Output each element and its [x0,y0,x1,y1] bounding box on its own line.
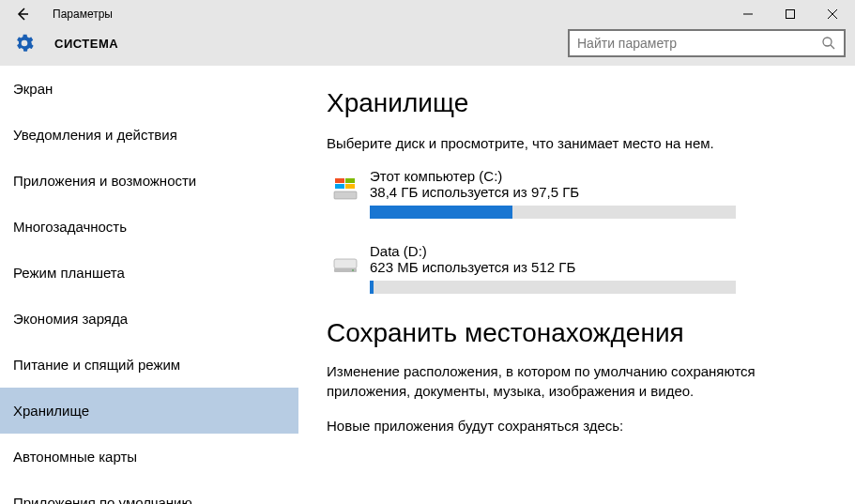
sidebar-item-label: Экран [13,81,53,97]
sidebar-item[interactable]: Приложения по умолчанию [0,480,298,504]
minimize-icon [743,9,753,19]
minimize-button[interactable] [726,0,769,28]
window-controls [726,0,853,28]
drive-usage-text: 623 МБ используется из 512 ГБ [370,259,838,275]
section-title: СИСТЕМА [54,37,118,51]
new-apps-label: Новые приложения будут сохраняться здесь… [327,418,838,434]
sidebar-item-label: Режим планшета [13,265,125,281]
sidebar-item[interactable]: Автономные карты [0,434,298,480]
svg-rect-10 [345,184,355,189]
drive-entry[interactable]: Data (D:)623 МБ используется из 512 ГБ [327,243,838,294]
svg-rect-8 [345,178,355,183]
sidebar-item-label: Приложения и возможности [13,173,196,189]
maximize-button[interactable] [769,0,811,28]
sidebar-item[interactable]: Многозадачность [0,204,298,250]
search-input[interactable] [577,36,821,51]
drive-usage-fill [370,206,512,219]
sidebar-item-label: Питание и спящий режим [13,357,180,373]
gear-icon [13,32,36,54]
storage-desc: Выберите диск и просмотрите, что занимае… [327,135,838,151]
drive-entry[interactable]: Этот компьютер (C:)38,4 ГБ используется … [327,168,838,219]
drive-usage-fill [370,281,374,294]
svg-line-5 [831,45,834,49]
svg-rect-9 [335,184,344,189]
titlebar: Параметры [0,0,855,28]
sidebar-item[interactable]: Хранилище [0,388,298,434]
sidebar-item-label: Приложения по умолчанию [13,495,192,504]
svg-point-4 [823,38,832,46]
svg-rect-1 [786,10,794,19]
back-arrow-icon [15,7,30,22]
search-box[interactable] [568,29,846,57]
maximize-icon [786,9,795,19]
svg-rect-7 [335,178,344,183]
sidebar-item[interactable]: Уведомления и действия [0,112,298,158]
window-title: Параметры [53,8,113,21]
drive-name: Этот компьютер (C:) [370,168,838,184]
drive-usage-bar [370,281,736,294]
save-locations-desc: Изменение расположения, в котором по умо… [327,361,815,401]
sidebar-item-label: Экономия заряда [13,311,128,327]
sidebar-item-label: Хранилище [13,403,89,419]
sidebar-item[interactable]: Экономия заряда [0,296,298,342]
main-content: Хранилище Выберите диск и просмотрите, ч… [298,66,855,504]
header: СИСТЕМА [0,28,855,66]
sidebar-item-label: Уведомления и действия [13,127,177,143]
svg-rect-6 [334,191,357,199]
close-icon [828,9,837,19]
storage-heading: Хранилище [327,88,838,118]
svg-point-13 [352,269,354,271]
windows-drive-icon [327,170,364,207]
sidebar-item[interactable]: Питание и спящий режим [0,342,298,388]
sidebar-item[interactable]: Приложения и возможности [0,158,298,204]
drive-name: Data (D:) [370,243,838,259]
back-button[interactable] [9,1,36,27]
sidebar-item[interactable]: Режим планшета [0,250,298,296]
sidebar-item-label: Многозадачность [13,219,127,235]
save-locations-heading: Сохранить местонахождения [327,318,838,348]
drive-usage-bar [370,206,736,219]
sidebar-item[interactable]: Экран [0,66,298,112]
close-button[interactable] [811,0,853,28]
svg-rect-11 [334,259,357,268]
drive-usage-text: 38,4 ГБ используется из 97,5 ГБ [370,184,838,200]
sidebar-item-label: Автономные карты [13,449,137,465]
search-icon [821,36,836,51]
drive-icon [327,245,364,283]
sidebar: ЭкранУведомления и действияПриложения и … [0,66,298,504]
